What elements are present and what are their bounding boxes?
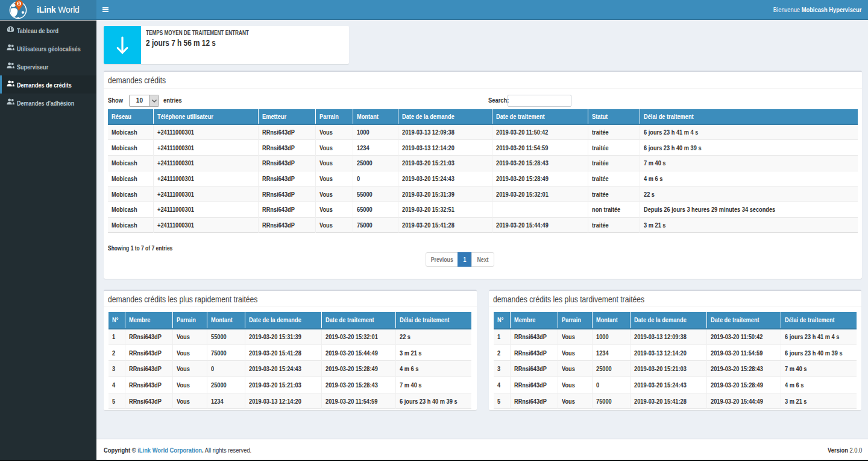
svg-text:$: $ xyxy=(18,1,20,6)
